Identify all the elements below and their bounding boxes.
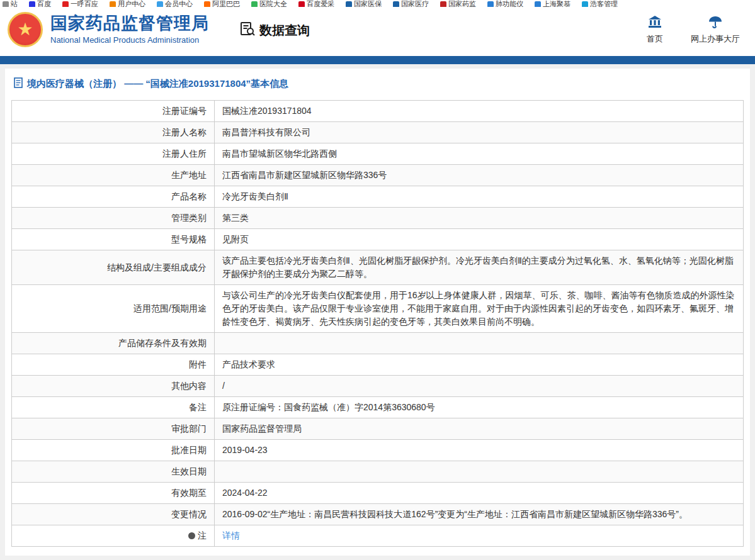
top-nav: 首页 网上办事大厅 bbox=[647, 16, 740, 45]
table-row: 适用范围/预期用途与该公司生产的冷光牙齿美白仪配套使用，用于16岁以上身体健康人… bbox=[12, 285, 744, 333]
row-label: 生效日期 bbox=[12, 461, 215, 483]
table-row: 批准日期2019-04-23 bbox=[12, 440, 744, 461]
bookmark-item[interactable]: 肺功能仪 bbox=[487, 0, 523, 7]
row-label: 产品储存条件及有效期 bbox=[12, 333, 215, 354]
page-title-text: 境内医疗器械（注册） —— “国械注准20193171804”基本信息 bbox=[27, 78, 288, 90]
table-row: 生产地址江西省南昌市新建区望城新区物华路336号 bbox=[12, 165, 744, 186]
site-header: ★ 国家药品监督管理局 National Medical Products Ad… bbox=[0, 7, 755, 56]
data-query-label: 数据查询 bbox=[259, 22, 310, 39]
row-value: 国家药品监督管理局 bbox=[215, 418, 744, 440]
org-name-cn: 国家药品监督管理局 bbox=[50, 13, 209, 33]
bookmark-label: 会员中心 bbox=[165, 0, 193, 7]
bookmark-item[interactable]: 上海聚慕 bbox=[535, 0, 571, 7]
bookmark-label: 浩客管理 bbox=[590, 0, 618, 7]
row-label: 注册人住所 bbox=[12, 143, 215, 165]
bookmark-item[interactable]: 国家医保 bbox=[346, 0, 382, 7]
row-value: 产品技术要求 bbox=[215, 354, 744, 376]
bookmark-item[interactable]: 百度 bbox=[29, 0, 51, 7]
bookmark-favicon-icon bbox=[298, 1, 305, 8]
nav-home-label: 首页 bbox=[647, 33, 663, 45]
bookmark-favicon-icon bbox=[62, 1, 69, 8]
detail-link[interactable]: 详情 bbox=[222, 530, 240, 540]
row-label: 备注 bbox=[12, 397, 215, 418]
row-value: / bbox=[215, 376, 744, 397]
table-row: 型号规格见附页 bbox=[12, 229, 744, 250]
row-label: 注册人名称 bbox=[12, 122, 215, 143]
bookmark-favicon-icon bbox=[157, 1, 163, 8]
bookmark-item[interactable]: 一呼百应 bbox=[62, 0, 98, 7]
table-row: 注册人名称南昌普洋科技有限公司 bbox=[12, 122, 744, 143]
table-row: 注详情 bbox=[12, 525, 744, 547]
bookmark-label: 站 bbox=[11, 0, 18, 7]
bookmark-label: 一呼百应 bbox=[71, 0, 98, 7]
row-label: 审批部门 bbox=[12, 418, 215, 440]
row-value: 2019-04-23 bbox=[215, 440, 744, 461]
bookmark-favicon-icon bbox=[487, 1, 494, 8]
row-label: 管理类别 bbox=[12, 208, 215, 229]
row-value: 见附页 bbox=[215, 229, 744, 250]
row-label: 变更情况 bbox=[12, 504, 215, 525]
bookmark-item[interactable]: 医院大全 bbox=[251, 0, 287, 7]
bookmark-item[interactable]: 百度爱采 bbox=[298, 0, 334, 7]
home-icon bbox=[648, 16, 662, 31]
table-row: 附件产品技术要求 bbox=[12, 354, 744, 376]
bookmark-item[interactable]: 站 bbox=[3, 0, 18, 7]
table-row: 管理类别第三类 bbox=[12, 208, 744, 229]
row-value: 江西省南昌市新建区望城新区物华路336号 bbox=[215, 165, 744, 186]
bookmark-favicon-icon bbox=[110, 1, 116, 8]
row-value: 冷光牙齿美白剂Ⅱ bbox=[215, 186, 744, 208]
row-label: 注 bbox=[12, 525, 215, 547]
document-icon bbox=[14, 77, 23, 90]
bookmark-item[interactable]: 阿里巴巴 bbox=[204, 0, 240, 7]
bookmark-favicon-icon bbox=[393, 1, 399, 8]
table-row: 生效日期 bbox=[12, 461, 744, 483]
table-row: 注册人住所南昌市望城新区物华北路西侧 bbox=[12, 143, 744, 165]
row-value: 南昌普洋科技有限公司 bbox=[215, 122, 744, 143]
bookmark-label: 医院大全 bbox=[259, 0, 287, 7]
bookmark-favicon-icon bbox=[346, 1, 352, 8]
nav-home[interactable]: 首页 bbox=[647, 16, 663, 45]
bookmark-item[interactable]: 会员中心 bbox=[157, 0, 193, 7]
org-title-block: 国家药品监督管理局 National Medical Products Admi… bbox=[50, 13, 209, 45]
row-value: 2016-09-02“生产地址：南昌民营科技园科技大道162号”变更为“生产地址… bbox=[215, 504, 744, 525]
data-query-section: 数据查询 bbox=[239, 21, 310, 40]
data-query-icon bbox=[239, 21, 256, 40]
table-row: 备注原注册证编号：国食药监械（准）字2014第3630680号 bbox=[12, 397, 744, 418]
content-card: 境内医疗器械（注册） —— “国械注准20193171804”基本信息 注册证编… bbox=[5, 69, 750, 556]
bookmark-item[interactable]: 浩客管理 bbox=[582, 0, 618, 7]
bookmark-item[interactable]: 用户中心 bbox=[110, 0, 145, 7]
nav-service-hall[interactable]: 网上办事大厅 bbox=[691, 16, 740, 45]
bookmark-favicon-icon bbox=[440, 1, 446, 8]
info-table-body: 注册证编号国械注准20193171804注册人名称南昌普洋科技有限公司注册人住所… bbox=[12, 101, 744, 547]
table-row: 产品储存条件及有效期 bbox=[12, 333, 744, 354]
row-label: 批准日期 bbox=[12, 440, 215, 461]
table-row: 注册证编号国械注准20193171804 bbox=[12, 101, 744, 122]
bookmark-item[interactable]: 国家药监 bbox=[440, 0, 476, 7]
table-row: 产品名称冷光牙齿美白剂Ⅱ bbox=[12, 186, 744, 208]
row-value: 与该公司生产的冷光牙齿美白仪配套使用，用于16岁以上身体健康人群，因烟草、可乐、… bbox=[215, 285, 744, 333]
table-row: 有效期至2024-04-22 bbox=[12, 483, 744, 504]
row-value: 2024-04-22 bbox=[215, 483, 744, 504]
row-label: 注册证编号 bbox=[12, 101, 215, 122]
bookmark-favicon-icon bbox=[29, 1, 35, 8]
nmpa-logo-emblem-icon: ★ bbox=[8, 12, 43, 47]
row-value bbox=[215, 333, 744, 354]
bookmark-label: 用户中心 bbox=[118, 0, 145, 7]
bookmark-favicon-icon bbox=[582, 1, 588, 8]
org-name-en: National Medical Products Administration bbox=[50, 35, 209, 45]
row-label: 型号规格 bbox=[12, 229, 215, 250]
bookmark-favicon-icon bbox=[251, 1, 258, 8]
bookmark-label: 阿里巴巴 bbox=[212, 0, 240, 7]
bookmark-favicon-icon bbox=[3, 1, 9, 8]
bookmark-label: 百度爱采 bbox=[307, 0, 334, 7]
nav-service-hall-label: 网上办事大厅 bbox=[691, 33, 740, 45]
table-row: 其他内容/ bbox=[12, 376, 744, 397]
bookmark-label: 国家医疗 bbox=[401, 0, 429, 7]
row-value: 第三类 bbox=[215, 208, 744, 229]
note-icon bbox=[188, 532, 195, 539]
row-value bbox=[215, 461, 744, 483]
bookmark-item[interactable]: 国家医疗 bbox=[393, 0, 429, 7]
row-label: 结构及组成/主要组成成分 bbox=[12, 250, 215, 285]
row-label: 其他内容 bbox=[12, 376, 215, 397]
bookmark-label: 国家药监 bbox=[448, 0, 476, 7]
